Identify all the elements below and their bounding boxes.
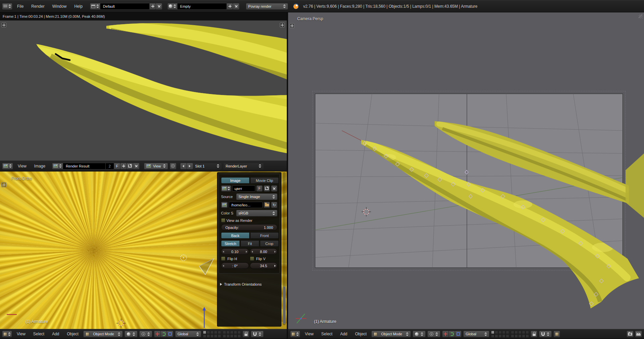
shading-dropdown[interactable] <box>124 331 138 337</box>
rotate-manipulator-button[interactable] <box>448 331 455 337</box>
editor-type-button[interactable] <box>2 331 12 337</box>
scale-manipulator-button[interactable] <box>167 331 173 337</box>
opengl-render-image-button[interactable] <box>627 331 634 337</box>
pin-toggle-button[interactable] <box>170 163 176 170</box>
image-file-button[interactable] <box>221 202 228 208</box>
layout-add-button[interactable] <box>149 3 156 10</box>
expand-toolbar-button[interactable] <box>1 182 6 187</box>
snap-element-button[interactable] <box>553 331 560 337</box>
menu-render[interactable]: Render <box>28 3 47 10</box>
lock-to-scene-button[interactable] <box>243 331 249 337</box>
menu-file[interactable]: File <box>14 3 26 10</box>
frame-fit-button[interactable]: Fit <box>240 240 259 247</box>
area-corner-grip[interactable] <box>639 14 643 18</box>
expand-region-button[interactable] <box>280 22 285 28</box>
fake-user-button[interactable]: F <box>256 185 263 192</box>
scene-delete-button[interactable] <box>233 3 239 10</box>
menu-add[interactable]: Add <box>49 331 62 337</box>
tab-image[interactable]: Image <box>221 177 250 184</box>
expand-region-button[interactable] <box>1 22 6 28</box>
editor-type-button[interactable] <box>2 163 13 170</box>
previous-slot-button[interactable] <box>180 163 187 170</box>
lock-to-scene-button[interactable] <box>531 331 537 337</box>
file-path-field[interactable]: /home/leo... <box>229 202 263 208</box>
layers-widget-left[interactable] <box>203 331 221 338</box>
flip-v-checkbox[interactable] <box>250 256 254 261</box>
increment-icon[interactable] <box>274 265 276 267</box>
menu-object[interactable]: Object <box>64 331 82 337</box>
decrement-icon[interactable] <box>223 251 224 253</box>
expand-toolbar-button[interactable] <box>289 23 294 28</box>
layout-delete-button[interactable] <box>156 3 162 10</box>
transform-orientations-panel[interactable]: Transform Orientations <box>220 282 278 286</box>
layout-browse-button[interactable] <box>90 3 100 10</box>
pivot-dropdown[interactable] <box>427 331 440 337</box>
orientation-dropdown[interactable]: Global <box>175 331 201 337</box>
opacity-slider[interactable]: Opacity: 1.000 <box>221 224 277 231</box>
scene-add-button[interactable] <box>226 3 233 10</box>
reload-image-button[interactable]: ↻ <box>271 202 277 208</box>
tab-movie-clip[interactable]: Movie Clip <box>250 177 279 184</box>
layout-name-field[interactable]: Default <box>100 3 150 10</box>
snap-dropdown[interactable] <box>539 331 552 337</box>
decrement-icon[interactable] <box>223 265 224 267</box>
decrement-icon[interactable] <box>252 251 253 253</box>
image-unlink-button[interactable] <box>271 185 277 192</box>
fake-user-button[interactable]: F <box>114 163 120 170</box>
layers-widget-right[interactable] <box>223 331 241 338</box>
source-dropdown[interactable]: Single Image <box>236 193 277 200</box>
menu-help[interactable]: Help <box>71 3 86 10</box>
pivot-dropdown[interactable] <box>139 331 152 337</box>
image-name-field[interactable]: цвет <box>232 185 255 192</box>
increment-icon[interactable] <box>274 251 276 253</box>
orientation-dropdown[interactable]: Global <box>463 331 489 337</box>
image-unlink-button[interactable] <box>133 163 140 170</box>
frame-crop-button[interactable]: Crop <box>260 240 279 247</box>
menu-view[interactable]: View <box>302 331 317 337</box>
mode-dropdown[interactable]: Object Mode <box>371 331 411 337</box>
image-browse-button[interactable] <box>221 185 231 192</box>
opengl-render-animation-button[interactable] <box>635 331 642 337</box>
layers-widget-left[interactable] <box>491 331 509 338</box>
offset-x-field[interactable]: 0.10 <box>221 248 249 255</box>
view-as-render-checkbox[interactable] <box>221 218 225 223</box>
translate-manipulator-button[interactable] <box>442 331 449 337</box>
menu-image[interactable]: Image <box>31 163 48 170</box>
image-name-field[interactable]: Render Result <box>63 163 106 170</box>
menu-view[interactable]: View <box>15 163 30 170</box>
frame-stretch-button[interactable]: Stretch <box>221 240 240 247</box>
render-result-area[interactable]: Frame:1 | Time:00:03.24 | Mem:21.10M (0.… <box>0 12 287 160</box>
render-slot-dropdown[interactable]: Slot 1 <box>193 163 222 170</box>
depth-front-button[interactable]: Front <box>250 232 279 239</box>
image-pack-button[interactable] <box>126 163 133 170</box>
render-layer-dropdown[interactable]: RenderLayer <box>223 163 264 170</box>
translate-manipulator-button[interactable] <box>154 331 161 337</box>
camera-viewport[interactable]: Camera Persp (1) Armature <box>288 12 644 329</box>
render-engine-dropdown[interactable]: Povray render <box>246 3 288 10</box>
image-browse-button[interactable] <box>52 163 63 170</box>
mode-dropdown[interactable]: Object Mode <box>83 331 123 337</box>
scene-name-field[interactable]: Empty <box>177 3 227 10</box>
flip-h-checkbox[interactable] <box>221 256 225 261</box>
menu-view[interactable]: View <box>14 331 29 337</box>
next-slot-button[interactable] <box>186 163 193 170</box>
shading-dropdown[interactable] <box>413 331 426 337</box>
scale-manipulator-button[interactable] <box>455 331 462 337</box>
front-viewport[interactable]: Front Ortho (1) Armature Image Movie Cli… <box>0 172 287 329</box>
menu-select[interactable]: Select <box>30 331 47 337</box>
offset-y-field[interactable]: 8.00 <box>250 248 278 255</box>
layers-widget-right[interactable] <box>511 331 529 338</box>
rotation-field[interactable]: : 0° <box>221 262 249 269</box>
editor-type-button[interactable] <box>2 3 12 10</box>
size-field[interactable]: 34.5 <box>250 262 278 269</box>
image-pack-button[interactable] <box>264 185 270 192</box>
colorspace-dropdown[interactable]: sRGB <box>236 210 277 216</box>
scrollbar-thumb[interactable] <box>283 286 285 324</box>
image-new-button[interactable] <box>120 163 127 170</box>
depth-back-button[interactable]: Back <box>221 232 250 239</box>
scene-browse-button[interactable] <box>167 3 177 10</box>
menu-window[interactable]: Window <box>49 3 70 10</box>
rotate-manipulator-button[interactable] <box>160 331 167 337</box>
increment-icon[interactable] <box>246 251 247 253</box>
menu-object[interactable]: Object <box>352 331 370 337</box>
